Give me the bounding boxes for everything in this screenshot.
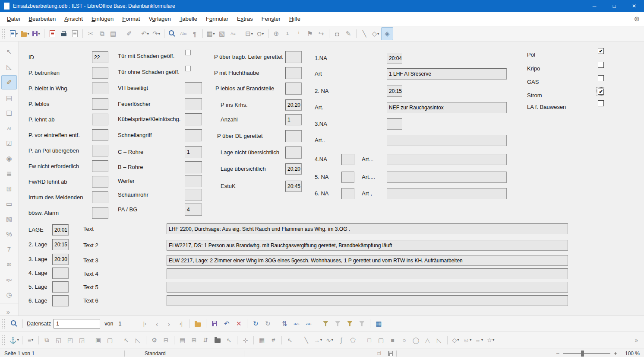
line-ends-arrow-icon[interactable]: →▾	[312, 334, 324, 346]
list-box-icon[interactable]: ≣	[2, 167, 16, 180]
menu-bearbeiten[interactable]: Bearbeiten	[24, 12, 60, 26]
form-field[interactable]: 1	[185, 146, 202, 158]
special-character-icon[interactable]: Ω▾	[255, 28, 266, 40]
text-field-6[interactable]	[167, 295, 568, 306]
basic-shapes-icon[interactable]: ◇▾	[450, 334, 461, 346]
text-field-2[interactable]: ELW2217, DS: 1 Person aus Brandwhg. mit …	[167, 240, 568, 251]
menu-einfuegen[interactable]: Einfügen	[87, 12, 118, 26]
activation-order-icon[interactable]: ⇵	[200, 334, 212, 346]
form-field[interactable]	[185, 82, 202, 94]
combo-box-icon[interactable]: ⊞	[2, 182, 16, 195]
time-field[interactable]: 20:45	[285, 181, 302, 192]
time-field[interactable]: 20:30	[52, 254, 69, 265]
art-field[interactable]	[387, 172, 507, 183]
option-button-icon[interactable]: ◉	[2, 152, 16, 165]
group-icon[interactable]: ▣	[92, 334, 104, 346]
form-field[interactable]	[92, 145, 108, 156]
close-button[interactable]: ✕	[624, 0, 644, 12]
form-field[interactable]	[185, 98, 202, 110]
document-save-state-icon[interactable]	[385, 349, 396, 357]
sort-icon[interactable]: ⇅	[278, 318, 290, 330]
time-field[interactable]: 20:15	[52, 239, 69, 250]
form-field[interactable]	[185, 129, 202, 141]
apply-filter-icon[interactable]	[331, 318, 344, 330]
last-record-icon[interactable]: ›|	[175, 318, 187, 330]
zoom-slider-thumb[interactable]	[581, 351, 584, 357]
form-field[interactable]	[285, 83, 302, 95]
form-field[interactable]	[185, 161, 202, 173]
time-field[interactable]	[52, 295, 69, 306]
print-icon[interactable]	[58, 28, 69, 40]
time-field[interactable]	[387, 118, 402, 130]
zoom-out-button[interactable]: −	[554, 350, 561, 357]
form-design-icon[interactable]: ▤	[2, 91, 16, 105]
menu-format[interactable]: Format	[118, 12, 144, 26]
export-pdf-icon[interactable]	[47, 28, 58, 40]
curve-icon[interactable]: ∿▾	[324, 334, 335, 346]
form-field[interactable]	[92, 114, 108, 125]
form-navigator-icon[interactable]: ▤	[177, 334, 188, 346]
time-field[interactable]: 20:15	[387, 86, 402, 97]
track-changes-icon[interactable]: ✎	[343, 28, 354, 40]
refresh-control-icon[interactable]: ↻	[262, 318, 274, 330]
insert-cross-reference-icon[interactable]: ↪	[316, 28, 327, 40]
menu-tabelle[interactable]: Tabelle	[175, 12, 202, 26]
time-field[interactable]	[341, 154, 354, 165]
page-style[interactable]: Standard	[145, 351, 244, 357]
zoom-slider[interactable]	[563, 353, 610, 354]
toolbar-grip[interactable]	[2, 29, 5, 38]
formatting-marks-icon[interactable]: ¶	[189, 28, 200, 40]
insert-hyperlink-icon[interactable]: ⊕	[271, 28, 282, 40]
folder-icon[interactable]	[192, 318, 204, 330]
reset-filter-icon[interactable]	[356, 318, 368, 330]
first-record-icon[interactable]: |‹	[139, 318, 151, 330]
sort-ascending-icon[interactable]: az↓	[290, 318, 303, 330]
insert-image-icon[interactable]: ▧	[216, 28, 227, 40]
menu-formular[interactable]: Formular	[202, 12, 233, 26]
open-in-design-mode-icon[interactable]	[212, 334, 223, 346]
form-wizard-icon[interactable]: ✐	[1, 75, 17, 89]
text-field-4[interactable]	[167, 268, 568, 279]
menu-fenster[interactable]: Fenster	[257, 12, 285, 26]
send-backward-icon[interactable]: ◲	[76, 334, 88, 346]
clone-formatting-icon[interactable]: ✐	[123, 28, 135, 40]
checkbox-pol[interactable]: ✔	[598, 48, 604, 54]
currency-field-icon[interactable]: $0	[2, 258, 16, 271]
ellipse-icon[interactable]: ◯	[410, 334, 422, 346]
form-field[interactable]	[92, 129, 108, 141]
toggle-design-mode-icon[interactable]: ◺	[132, 334, 144, 346]
insert-footnote-icon[interactable]: ¹	[282, 28, 293, 40]
show-draw-functions-icon[interactable]: ◈	[381, 27, 393, 40]
form-field[interactable]	[185, 189, 202, 201]
bring-forward-icon[interactable]: ◰	[64, 334, 76, 346]
triangle-icon[interactable]: △	[422, 334, 433, 346]
save-record-icon[interactable]	[208, 318, 221, 330]
rounded-rectangle-icon[interactable]: ▢	[375, 334, 387, 346]
select-object-icon[interactable]: ↖	[120, 334, 132, 346]
ungroup-icon[interactable]: ▢	[104, 334, 116, 346]
data-source-as-table-icon[interactable]: ▦	[373, 318, 385, 330]
form-properties-icon[interactable]: ⊟	[160, 334, 172, 346]
toolbar-grip[interactable]	[2, 335, 5, 345]
menu-vorlagen[interactable]: Vorlagen	[144, 12, 175, 26]
formatted-field-icon[interactable]: %	[2, 227, 16, 241]
form-field[interactable]	[185, 175, 202, 187]
insert-endnote-icon[interactable]: ⁱ	[293, 28, 304, 40]
time-field[interactable]	[341, 172, 354, 183]
form-field[interactable]	[92, 176, 108, 188]
block-arrows-icon[interactable]: ⇔▾	[473, 334, 485, 346]
form-field[interactable]	[92, 98, 108, 110]
insert-bookmark-icon[interactable]: ⚑	[304, 28, 316, 40]
automatic-control-focus-icon[interactable]: ↖	[223, 334, 235, 346]
zoom-in-button[interactable]: +	[612, 350, 619, 357]
art-field[interactable]: 1 LHF ATSreserve	[387, 68, 507, 80]
checkbox-la-bauwesen[interactable]	[598, 100, 604, 106]
maximize-button[interactable]: □	[604, 0, 624, 12]
paste-icon[interactable]: ▤	[107, 28, 119, 40]
form-field[interactable]	[285, 147, 302, 159]
time-field[interactable]	[52, 281, 69, 293]
more-shapes-icon[interactable]: »	[631, 334, 642, 346]
checkbox-gas[interactable]	[598, 75, 604, 81]
more-controls-icon[interactable]: »	[1, 305, 16, 319]
menu-extras[interactable]: Extras	[233, 12, 257, 26]
